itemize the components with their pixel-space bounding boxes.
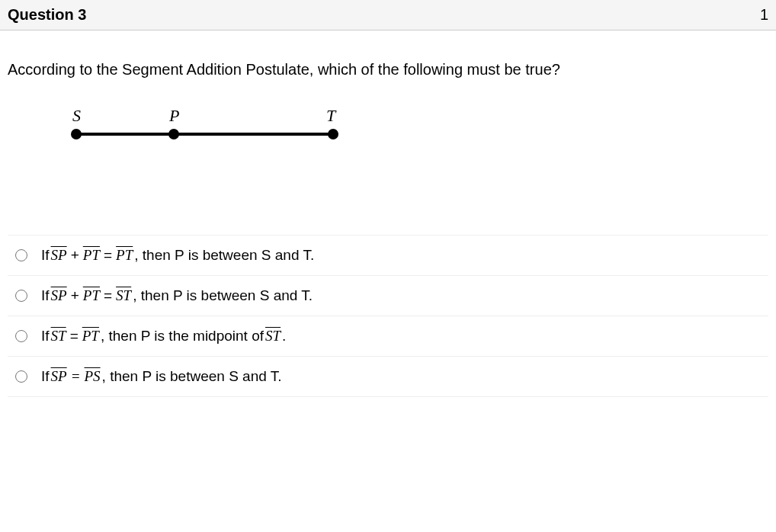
text: If (41, 247, 50, 264)
text: If (41, 287, 50, 304)
segment-symbol: ST (50, 328, 68, 345)
option-row[interactable]: If ST = PT , then P is the midpoint of S… (8, 316, 768, 357)
option-text: If SP + PT = PT , then P is between S an… (41, 247, 314, 264)
label-t: T (326, 109, 337, 125)
question-body: According to the Segment Addition Postul… (0, 30, 776, 405)
label-s: S (72, 109, 81, 125)
text: = (104, 247, 112, 264)
text: , then P is between S and T. (133, 287, 313, 304)
option-text: If ST = PT , then P is the midpoint of S… (41, 328, 286, 345)
segment-symbol: PT (82, 287, 101, 304)
text: + (71, 287, 79, 304)
radio-option-3[interactable] (15, 330, 27, 342)
text: = (104, 287, 112, 304)
text: = (70, 328, 79, 345)
option-row[interactable]: If SP + PT = ST , then P is between S an… (8, 276, 768, 316)
segment-symbol: PT (81, 328, 101, 345)
segment-symbol: SP (50, 247, 69, 264)
segment-symbol: PT (82, 247, 101, 264)
segment-symbol: ST (114, 287, 133, 304)
question-points: 1 (760, 6, 768, 24)
question-header: Question 3 1 (0, 0, 776, 30)
point-p (168, 129, 179, 139)
option-text: If SP = PS , then P is between S and T. (41, 368, 282, 385)
text: = (71, 368, 81, 385)
segment-symbol: SP (50, 368, 69, 385)
text: If (41, 368, 50, 385)
option-row[interactable]: If SP + PT = PT , then P is between S an… (8, 236, 768, 276)
point-s (71, 129, 82, 139)
point-t (328, 129, 338, 139)
segment-symbol: SP (50, 287, 69, 304)
segment-symbol: PT (114, 247, 134, 264)
radio-option-2[interactable] (15, 290, 27, 302)
segment-symbol: ST (264, 328, 282, 345)
text: + (71, 247, 79, 264)
text: , then P is between S and T. (134, 247, 314, 264)
options-list: If SP + PT = PT , then P is between S an… (8, 235, 768, 397)
text: , then P is the midpoint of (101, 328, 264, 345)
option-text: If SP + PT = ST , then P is between S an… (41, 287, 313, 304)
segment-diagram: S P T (53, 109, 768, 159)
radio-option-1[interactable] (15, 249, 27, 261)
segment-symbol: PS (83, 368, 102, 385)
text: , then P is between S and T. (102, 368, 282, 385)
text: . (282, 328, 286, 345)
question-title: Question 3 (8, 6, 86, 24)
radio-option-4[interactable] (15, 370, 27, 383)
text: If (41, 328, 50, 345)
option-row[interactable]: If SP = PS , then P is between S and T. (8, 357, 768, 397)
question-text: According to the Segment Addition Postul… (8, 61, 768, 79)
label-p: P (168, 109, 179, 125)
